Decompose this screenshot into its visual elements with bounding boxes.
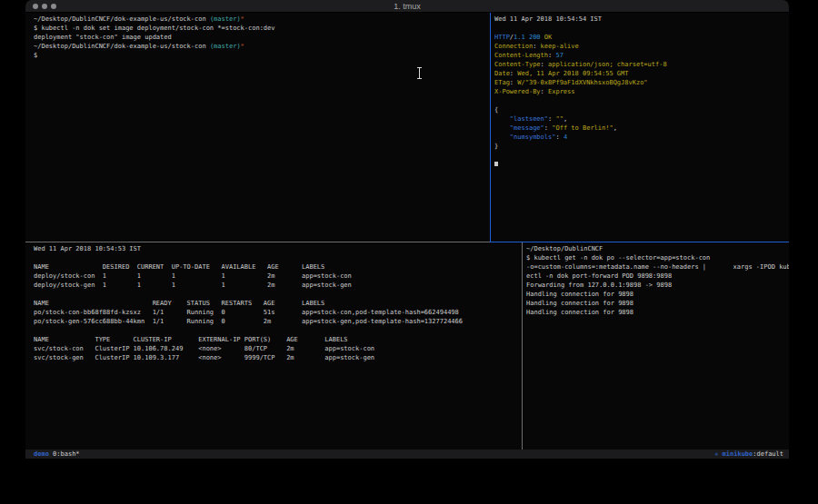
- pane-http-response[interactable]: Wed 11 Apr 2018 10:54:54 IST HTTP/1.1 20…: [491, 13, 789, 242]
- terminal-line: [494, 151, 789, 160]
- terminal-line: NAME READY STATUS RESTARTS AGE LABELS: [34, 299, 522, 308]
- kube-context-name: minikube: [718, 450, 753, 459]
- terminal-line: Forwarding from 127.0.0.1:9898 -> 9898: [526, 281, 789, 290]
- pane-divider-horizontal-left[interactable]: [25, 242, 490, 242]
- terminal-line: NAME DESIRED CURRENT UP-TO-DATE AVAILABL…: [34, 262, 522, 272]
- terminal-line: Wed 11 Apr 2018 10:54:54 IST: [494, 15, 789, 24]
- terminal-line: [34, 253, 522, 262]
- ibeam-mouse-cursor: [415, 67, 424, 80]
- terminal-line: Handling connection for 9898: [526, 308, 789, 317]
- terminal-line: $: [34, 51, 490, 60]
- terminal-line: HTTP/1.1 200 OK: [494, 33, 789, 42]
- terminal-line: Handling connection for 9898: [526, 290, 789, 299]
- terminal-line: }: [494, 142, 789, 151]
- terminal-line: Connection: keep-alive: [494, 42, 789, 51]
- window-titlebar[interactable]: 1. tmux: [25, 0, 789, 13]
- terminal-line: [34, 290, 522, 299]
- pane-shell-stock-con[interactable]: ~/Desktop/DublinCNCF/dok-example-us/stoc…: [25, 13, 490, 242]
- terminal-line: "message": "Off to Berlin!",: [494, 124, 789, 133]
- terminal-line: ~/Desktop/DublinCNCF: [526, 244, 789, 253]
- pane-port-forward[interactable]: ~/Desktop/DublinCNCF$ kubectl get -n dok…: [523, 242, 789, 450]
- terminal-line: Date: Wed, 11 Apr 2018 09:54:55 GMT: [494, 69, 789, 78]
- terminal-line: [494, 96, 789, 105]
- terminal-line: $ kubectl -n dok set image deployment/st…: [34, 24, 490, 33]
- tmux-window-flag: 0:bash*: [49, 450, 80, 459]
- tmux-session-name: demo: [34, 450, 49, 459]
- terminal-line: deployment "stock-con" image updated: [34, 33, 490, 42]
- tmux-status-bar: demo 0:bash* ✳ minikube :default: [25, 450, 789, 459]
- terminal-line: Wed 11 Apr 2018 10:54:53 IST: [34, 244, 522, 253]
- terminal-line: -o=custom-columns=:metadata.name --no-he…: [526, 262, 789, 272]
- terminal-line: Content-Length: 57: [494, 51, 789, 60]
- terminal-line: [494, 24, 789, 33]
- pane-divider-vertical-top[interactable]: [490, 13, 491, 242]
- terminal-line: Handling connection for 9898: [526, 299, 789, 308]
- terminal-line: "lastseen": "",: [494, 114, 789, 124]
- terminal-line: po/stock-gen-576cc688bb-44kmn 1/1 Runnin…: [34, 317, 522, 326]
- terminal-line: NAME TYPE CLUSTER-IP EXTERNAL-IP PORT(S)…: [34, 335, 522, 344]
- terminal-line: ETag: W/"39-0xBPf9aF1dXVNkhsxoBQgJ8vKzo": [494, 78, 789, 87]
- terminal-line: ~/Desktop/DublinCNCF/dok-example-us/stoc…: [34, 42, 490, 51]
- terminal-line: deploy/stock-con 1 1 1 1 2m app=stock-co…: [34, 272, 522, 281]
- terminal-window: ~/Desktop/DublinCNCF/dok-example-us/stoc…: [25, 0, 789, 459]
- pane-divider-horizontal-right[interactable]: [490, 242, 789, 242]
- terminal-line: ectl -n dok port-forward POD 9898:9898: [526, 272, 789, 281]
- terminal-line: Content-Type: application/json; charset=…: [494, 60, 789, 69]
- terminal-line: svc/stock-gen ClusterIP 10.109.3.177 <no…: [34, 353, 522, 362]
- terminal-line: ~/Desktop/DublinCNCF/dok-example-us/stoc…: [34, 15, 490, 24]
- terminal-line: {: [494, 105, 789, 114]
- terminal-line: deploy/stock-gen 1 1 1 1 2m app=stock-ge…: [34, 281, 522, 290]
- terminal-line: [34, 326, 522, 335]
- terminal-line: X-Powered-By: Express: [494, 87, 789, 96]
- terminal-line: [494, 160, 789, 169]
- window-title: 1. tmux: [25, 2, 789, 12]
- pane-divider-vertical-bottom[interactable]: [522, 242, 523, 450]
- terminal-line: "numsymbols": 4: [494, 133, 789, 142]
- terminal-block-cursor: [494, 162, 498, 166]
- terminal-line: $ kubectl get -n dok po --selector=app=s…: [526, 253, 789, 262]
- terminal-line: po/stock-con-bb68f88fd-kzsxz 1/1 Running…: [34, 308, 522, 317]
- pane-kubectl-resources[interactable]: Wed 11 Apr 2018 10:54:53 IST NAME DESIRE…: [25, 242, 522, 450]
- kube-context-namespace: :default: [753, 450, 783, 459]
- terminal-line: svc/stock-con ClusterIP 10.106.78.249 <n…: [34, 344, 522, 353]
